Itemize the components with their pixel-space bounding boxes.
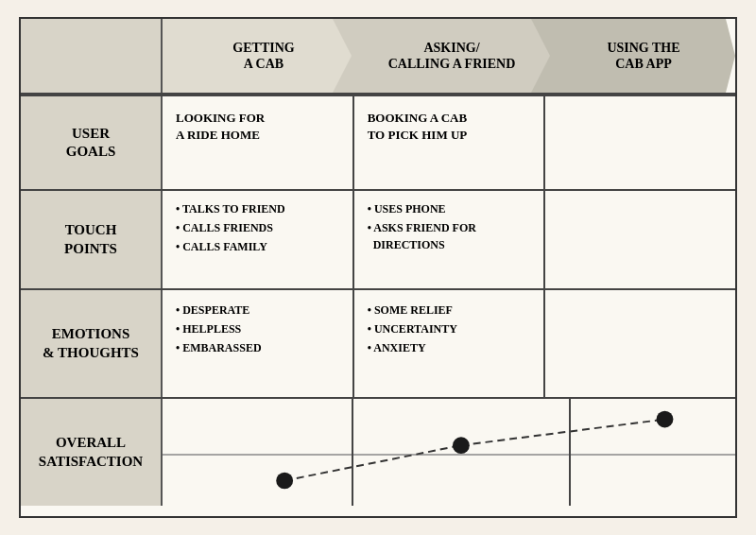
emotions-2-item3: Anxiety: [368, 339, 457, 356]
row-label-touch-points: TouchPoints: [21, 191, 163, 288]
arrow1-line1: Getting: [232, 41, 294, 55]
sat-point-2: [453, 437, 470, 454]
goals-2-text: Booking a Cabto Pick him up: [368, 110, 468, 144]
arrow2-line1: Asking/: [423, 41, 479, 55]
cell-emotions-3: [545, 290, 735, 397]
emotions-1-item1: Desperate: [176, 302, 262, 319]
emotions-2-item1: Some Relief: [368, 302, 457, 319]
cell-touch-2: Uses Phone Asks Friend for Directions: [354, 191, 546, 288]
row-touch-points: TouchPoints Talks to Friend Calls Friend…: [21, 189, 735, 288]
header-arrow-using-app: Using the Cab App: [531, 19, 735, 93]
emotions-2-item2: Uncertainty: [368, 320, 457, 337]
touch-1-item3: Calls Family: [176, 238, 285, 255]
cell-touch-3: [545, 191, 735, 288]
touch-1-item1: Talks to Friend: [176, 200, 285, 217]
header-arrow-getting-cab: Getting a Cab: [163, 19, 352, 93]
arrow2-line2: Calling a Friend: [388, 57, 516, 71]
touch-2-item2: Asks Friend for Directions: [368, 219, 476, 253]
emotions-2-content: Some Relief Uncertainty Anxiety: [368, 302, 457, 356]
cell-emotions-2: Some Relief Uncertainty Anxiety: [354, 290, 546, 397]
satisfaction-graph: [163, 399, 735, 506]
satisfaction-svg: [163, 399, 735, 506]
sat-point-3: [657, 411, 674, 428]
arrow3-line1: Using the: [607, 41, 679, 55]
goals-2-content: Booking a Cabto Pick him up: [368, 110, 468, 144]
cell-touch-1: Talks to Friend Calls Friends Calls Fami…: [163, 191, 354, 288]
cell-goals-1: Looking fora ride home: [163, 96, 354, 189]
cell-goals-2: Booking a Cabto Pick him up: [354, 96, 546, 189]
touch-1-content: Talks to Friend Calls Friends Calls Fami…: [176, 200, 285, 255]
goals-1-text: Looking fora ride home: [176, 110, 265, 144]
header-arrows: Getting a Cab Asking/ Calling a Friend U…: [163, 19, 735, 93]
cell-goals-3: [545, 96, 735, 189]
emotions-1-item3: Embarassed: [176, 339, 262, 356]
header-label: [21, 19, 163, 93]
emotions-1-item2: Helpless: [176, 320, 262, 337]
row-satisfaction: OverallSatisfaction: [21, 397, 735, 506]
touch-2-content: Uses Phone Asks Friend for Directions: [368, 200, 476, 253]
header-row: Getting a Cab Asking/ Calling a Friend U…: [21, 19, 735, 95]
row-label-emotions: Emotions& Thoughts: [21, 290, 163, 397]
row-user-goals: UserGoals Looking fora ride home Booking…: [21, 95, 735, 189]
journey-map: Getting a Cab Asking/ Calling a Friend U…: [19, 17, 737, 518]
goals-1-content: Looking fora ride home: [176, 110, 265, 144]
row-label-satisfaction: OverallSatisfaction: [21, 399, 163, 506]
touch-2-item1: Uses Phone: [368, 200, 476, 217]
svg-line-2: [461, 420, 665, 446]
arrow3-line2: Cab App: [615, 57, 672, 71]
header-arrow-asking-friend: Asking/ Calling a Friend: [333, 19, 550, 93]
arrow1-line2: a Cab: [244, 57, 284, 71]
row-emotions: Emotions& Thoughts Desperate Helpless Em…: [21, 288, 735, 397]
svg-line-1: [284, 445, 461, 480]
sat-point-1: [276, 473, 293, 490]
cell-emotions-1: Desperate Helpless Embarassed: [163, 290, 354, 397]
emotions-1-content: Desperate Helpless Embarassed: [176, 302, 262, 356]
row-label-user-goals: UserGoals: [21, 96, 163, 189]
touch-1-item2: Calls Friends: [176, 219, 285, 236]
